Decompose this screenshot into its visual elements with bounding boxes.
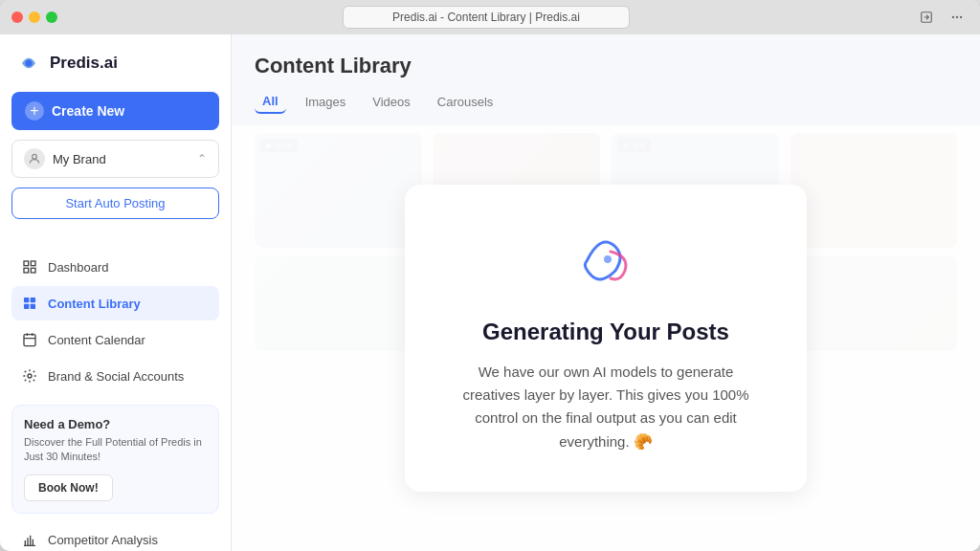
chevron-down-icon: ⌃ (197, 152, 207, 165)
brand-name-label: My Brand (53, 152, 189, 166)
brand-social-icon (21, 367, 38, 385)
more-options-icon[interactable] (946, 6, 969, 29)
sidebar-item-brand-social[interactable]: Brand & Social Accounts (11, 359, 219, 393)
dashboard-icon (21, 258, 38, 276)
sidebar-item-content-library[interactable]: Content Library (11, 286, 219, 320)
content-grid-area: ▶ 0:15 ⊞ 1/4 (232, 125, 980, 551)
brand-social-label: Brand & Social Accounts (48, 369, 184, 384)
dashboard-label: Dashboard (48, 260, 109, 275)
content-header: Content Library (232, 34, 980, 90)
sidebar: Predis.ai + Create New My Brand ⌃ Start … (0, 34, 232, 551)
traffic-lights (11, 11, 57, 23)
svg-rect-12 (24, 304, 29, 309)
maximize-button[interactable] (46, 11, 57, 23)
demo-card: Need a Demo? Discover the Full Potential… (11, 405, 219, 514)
url-display: Predis.ai - Content Library | Predis.ai (343, 6, 630, 29)
sidebar-item-dashboard[interactable]: Dashboard (11, 250, 219, 284)
create-new-button[interactable]: + Create New (11, 92, 219, 130)
brand-selector[interactable]: My Brand ⌃ (11, 140, 219, 178)
book-now-button[interactable]: Book Now! (24, 474, 113, 501)
close-button[interactable] (11, 11, 23, 23)
svg-rect-8 (24, 268, 29, 273)
competitor-analysis-label: Competitor Analysis (48, 533, 158, 547)
competitor-analysis-icon (21, 532, 38, 549)
sidebar-logo: Predis.ai (11, 50, 219, 77)
content-library-icon (21, 295, 38, 312)
calendar-icon (21, 331, 38, 348)
svg-point-1 (952, 16, 954, 18)
svg-rect-6 (24, 261, 29, 266)
svg-point-15 (28, 374, 32, 378)
filter-tab-carousels[interactable]: Carousels (430, 91, 501, 113)
generating-description: We have our own AI models to generate cr… (451, 361, 761, 454)
minimize-button[interactable] (29, 11, 40, 23)
svg-point-3 (960, 16, 962, 18)
address-bar[interactable]: Predis.ai - Content Library | Predis.ai (65, 6, 907, 29)
share-icon[interactable] (915, 6, 938, 29)
browser-controls (915, 6, 969, 29)
predis-logo-icon (15, 50, 42, 77)
svg-rect-11 (31, 298, 35, 302)
browser-titlebar: Predis.ai - Content Library | Predis.ai (0, 0, 980, 34)
generating-title: Generating Your Posts (451, 319, 761, 345)
brand-avatar-icon (24, 148, 45, 169)
svg-point-4 (26, 60, 33, 67)
content-library-label: Content Library (48, 297, 141, 311)
filter-tabs: All Images Videos Carousels (232, 90, 980, 125)
spinner (568, 223, 644, 299)
svg-rect-7 (31, 261, 35, 266)
filter-tab-all[interactable]: All (255, 90, 286, 114)
svg-rect-14 (24, 335, 35, 346)
filter-tab-images[interactable]: Images (298, 91, 354, 113)
sidebar-item-content-calendar[interactable]: Content Calendar (11, 322, 219, 357)
main-content: Content Library All Images Videos Carous… (232, 34, 980, 551)
demo-card-text: Discover the Full Potential of Predis in… (24, 435, 207, 465)
generating-overlay: Generating Your Posts We have our own AI… (232, 125, 980, 551)
generating-emoji: 🥐 (634, 433, 653, 450)
create-new-label: Create New (52, 103, 124, 119)
demo-card-title: Need a Demo? (24, 417, 207, 431)
page-title: Content Library (255, 54, 412, 78)
app-container: Predis.ai + Create New My Brand ⌃ Start … (0, 34, 980, 551)
svg-rect-9 (31, 268, 35, 273)
svg-point-17 (604, 255, 612, 263)
browser-window: Predis.ai - Content Library | Predis.ai (0, 0, 980, 551)
filter-tab-videos[interactable]: Videos (365, 91, 418, 113)
logo-text: Predis.ai (50, 54, 118, 73)
svg-rect-10 (24, 298, 29, 302)
svg-point-2 (956, 16, 958, 18)
svg-rect-13 (31, 304, 35, 309)
sidebar-item-competitor-analysis[interactable]: Competitor Analysis (11, 523, 219, 551)
svg-point-5 (33, 154, 37, 159)
start-auto-posting-button[interactable]: Start Auto Posting (11, 187, 219, 219)
content-calendar-label: Content Calendar (48, 333, 145, 347)
plus-icon: + (25, 101, 44, 121)
generating-card: Generating Your Posts We have our own AI… (405, 185, 807, 493)
